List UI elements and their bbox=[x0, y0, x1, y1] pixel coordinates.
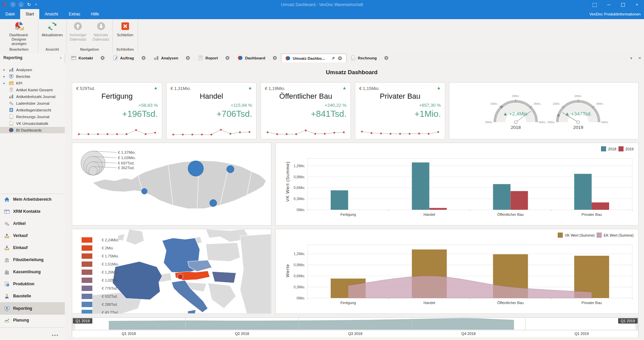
sidebar-item-kpi[interactable]: ▸KPI bbox=[0, 80, 65, 86]
svg-text:2018: 2018 bbox=[511, 125, 521, 130]
kpi-card-privater-bau[interactable]: € 1,15Mio.▲Privater Bau+657,30 %+1Mio. bbox=[355, 82, 445, 139]
sidebar-item-kassenl-sung[interactable]: Kassenlösung bbox=[0, 266, 65, 278]
quick-access-dropdown-icon[interactable]: ▾ bbox=[34, 2, 38, 7]
menu-item-ansicht[interactable]: Ansicht bbox=[39, 9, 63, 19]
timeline-range-selector[interactable]: Q1 2018Q2 2018Q3 2018Q4 2018Q1 2019Q1 20… bbox=[72, 317, 639, 337]
tree-item-label: Berichte bbox=[16, 75, 30, 79]
country-sicily[interactable] bbox=[188, 310, 196, 313]
menu-item-datei[interactable]: Datei bbox=[0, 9, 20, 19]
nav-overflow-button[interactable]: ••• bbox=[52, 333, 59, 338]
invoice-icon bbox=[351, 55, 356, 60]
sidebar-item-xrm-kontakte[interactable]: XRM Kontakte bbox=[0, 206, 65, 217]
tab-list-dropdown-icon[interactable]: ▾ bbox=[630, 56, 632, 60]
menu-item-hilfe[interactable]: Hilfe bbox=[86, 9, 104, 19]
expand-arrow-icon[interactable]: ▸ bbox=[3, 75, 7, 78]
timeline-area-chart[interactable] bbox=[72, 318, 638, 330]
bar-2019-handel[interactable] bbox=[429, 208, 447, 210]
sidebar-item-artikeldrehzahl-journal[interactable]: Artikeldrehzahl Journal bbox=[0, 93, 65, 100]
prev-record-quick-icon[interactable]: ↑ bbox=[10, 2, 16, 7]
kpi-card-ffentlicher-bau[interactable]: € 1,19Mio.▲Öffentlicher Bau+240,22 %+841… bbox=[261, 82, 351, 139]
sidebar-item-berichte[interactable]: ▸Berichte bbox=[0, 73, 65, 80]
sales-bubble[interactable] bbox=[142, 189, 147, 194]
sidebar-item-baustelle[interactable]: Baustelle bbox=[0, 290, 65, 302]
tab-close-icon[interactable] bbox=[186, 56, 190, 60]
bar-2018-fertigung[interactable] bbox=[331, 190, 348, 210]
tab-close-icon[interactable] bbox=[225, 56, 230, 60]
pin-icon[interactable] bbox=[331, 56, 335, 60]
bar-2018-handel[interactable] bbox=[412, 162, 429, 210]
tab-label: Auftrag bbox=[120, 56, 134, 60]
close-red-icon bbox=[120, 21, 130, 31]
sidebar-item-reporting[interactable]: Reporting bbox=[0, 302, 65, 314]
maximize-button[interactable] bbox=[616, 0, 630, 9]
close-button[interactable]: × bbox=[630, 0, 644, 9]
tab-close-icon[interactable] bbox=[141, 56, 146, 60]
ribbon-button-dashboard-designer-anzeigen[interactable]: Dashboard-Designer anzeigen bbox=[5, 20, 34, 46]
bubble-legend-label: € 362Tsd. bbox=[118, 166, 135, 170]
tab-close-icon[interactable] bbox=[384, 56, 388, 60]
sidebar-item-planung[interactable]: Planung bbox=[0, 314, 65, 326]
tab-label: Dashboard bbox=[245, 56, 265, 60]
sidebar-item-analysen[interactable]: ▸Analysen bbox=[0, 66, 65, 73]
ribbon-button-aktualisieren[interactable]: Aktualisieren bbox=[38, 20, 66, 37]
sales-bubble[interactable] bbox=[210, 200, 217, 207]
bar-chart-year-panel: 20182019VK Wert (Summe)0Mio.0,3Mio.0,6Mi… bbox=[275, 143, 639, 226]
tab-analysen[interactable]: Analysen bbox=[150, 54, 194, 62]
sidebar-item-vk-umsatzstatistik[interactable]: VK Umsatzstatistik bbox=[0, 120, 65, 127]
sidebar-item-fibu-berleitung[interactable]: Fibuüberleitung bbox=[0, 254, 65, 265]
sidebar-item-ladenh-ter-journal[interactable]: Ladenhüter Journal bbox=[0, 100, 65, 106]
choropleth-legend-row: € 43,7Tsd. bbox=[82, 310, 119, 314]
svg-text:0,6Mio.: 0,6Mio. bbox=[294, 274, 305, 278]
tab-close-icon[interactable] bbox=[273, 56, 277, 60]
ribbon-group-navigation: Vorheriger DatensatzNächster DatensatzNa… bbox=[66, 19, 113, 53]
sales-bubble[interactable] bbox=[227, 165, 234, 173]
sidebar-item-artikellager-bersicht[interactable]: Artikellagerübersicht bbox=[0, 107, 65, 113]
tab-dashboard[interactable]: Dashboard bbox=[234, 54, 281, 62]
sell-tray-icon bbox=[4, 233, 10, 239]
fit-screen-button[interactable] bbox=[588, 0, 602, 9]
tab-auftrag[interactable]: Auftrag bbox=[109, 54, 150, 62]
austria-marker-bubble[interactable] bbox=[178, 274, 183, 279]
minimize-button[interactable]: ─ bbox=[602, 0, 616, 9]
svg-text:▲ +2,4Mio.: ▲ +2,4Mio. bbox=[503, 111, 529, 116]
kpi-delta-value: +706Tsd. bbox=[217, 109, 252, 119]
sidebar-item-einkauf[interactable]: Einkauf bbox=[0, 242, 65, 253]
window-controls: ─ × bbox=[588, 0, 644, 9]
bar-2018-ffentlicher-bau[interactable] bbox=[493, 184, 510, 210]
sidebar-collapse-icon[interactable]: ‹ bbox=[60, 55, 61, 60]
sidebar-item-produktion[interactable]: Produktion bbox=[0, 278, 65, 290]
sidebar-item-verkauf[interactable]: Verkauf bbox=[0, 230, 65, 241]
tab-close-icon[interactable] bbox=[338, 56, 342, 60]
sidebar-item-rechnungs-journal[interactable]: Rechnungs Journal bbox=[0, 113, 65, 120]
ribbon-button-vorheriger-datensatz: Vorheriger Datensatz bbox=[66, 20, 90, 42]
tab-report[interactable]: Report bbox=[194, 54, 234, 62]
tab-kontakt[interactable]: Kontakt bbox=[67, 54, 109, 62]
tab-close-icon[interactable] bbox=[100, 56, 105, 60]
sidebar-item-bi-dashboards[interactable]: BI Dashboards bbox=[0, 127, 65, 133]
refresh-quick-icon[interactable]: ↻ bbox=[26, 2, 32, 7]
bar-2019-ffentlicher-bau[interactable] bbox=[510, 191, 528, 210]
bar-2019-privater-bau[interactable] bbox=[592, 202, 609, 210]
sidebar-item-artikel[interactable]: Artikel bbox=[0, 218, 65, 229]
bar-2018-privater-bau[interactable] bbox=[574, 174, 592, 210]
sidebar-item-mein-arbeitsbereich[interactable]: Mein Arbeitsbereich bbox=[0, 194, 65, 205]
expand-arrow-icon[interactable]: ▸ bbox=[3, 68, 7, 71]
monitor-icon bbox=[4, 306, 10, 311]
expand-arrow-icon[interactable]: ▸ bbox=[3, 81, 7, 85]
menu-item-start[interactable]: Start bbox=[20, 9, 39, 19]
tab-umsatz-dashbo[interactable]: Umsatz Dashbo... bbox=[281, 54, 347, 62]
kpi-card-handel[interactable]: € 1,31Mio.▲Handel+115,94 %+706Tsd. bbox=[166, 82, 257, 139]
tab-rechnung[interactable]: Rechnung bbox=[347, 54, 393, 62]
kpi-card-fertigung[interactable]: € 529Tsd.▲Fertigung+58,83 %+196Tsd. bbox=[72, 82, 162, 139]
worker-icon bbox=[4, 293, 10, 299]
next-record-quick-icon[interactable]: ↓ bbox=[18, 2, 24, 7]
ribbon-button-schlie-en[interactable]: Schließen bbox=[112, 20, 138, 37]
menu-item-extras[interactable]: Extras bbox=[63, 9, 86, 19]
country-hungary[interactable] bbox=[212, 272, 236, 283]
sales-bubble[interactable] bbox=[188, 161, 203, 176]
legend-label: € 2Mio. bbox=[102, 246, 114, 250]
sidebar-item-artikel-kartei-gesamt[interactable]: Artikel Kartei Gesamt bbox=[0, 87, 65, 93]
home-icon bbox=[4, 197, 10, 202]
tab-close-all-icon[interactable]: ✕ bbox=[638, 56, 641, 60]
menubar-right-label[interactable]: VenDoc Produktinformationen bbox=[589, 9, 641, 19]
